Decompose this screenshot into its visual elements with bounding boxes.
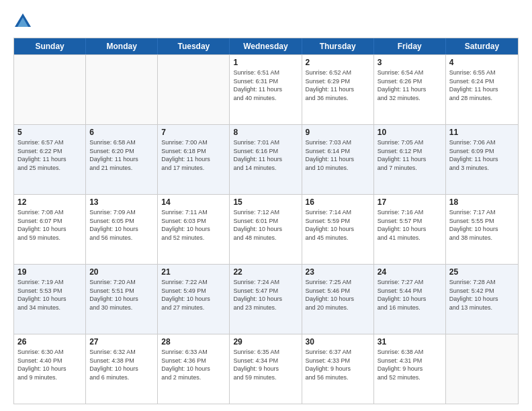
header bbox=[13, 12, 519, 31]
cal-cell-30: 30Sunrise: 6:37 AM Sunset: 4:33 PM Dayli… bbox=[302, 334, 374, 404]
cell-day-number: 13 bbox=[89, 197, 154, 207]
cal-cell-24: 24Sunrise: 7:27 AM Sunset: 5:44 PM Dayli… bbox=[374, 265, 446, 334]
cell-info: Sunrise: 6:52 AM Sunset: 6:29 PM Dayligh… bbox=[306, 68, 370, 102]
cal-cell-27: 27Sunrise: 6:32 AM Sunset: 4:38 PM Dayli… bbox=[86, 334, 158, 404]
calendar-body: 1Sunrise: 6:51 AM Sunset: 6:31 PM Daylig… bbox=[14, 54, 518, 404]
cell-day-number: 5 bbox=[17, 128, 82, 137]
cell-info: Sunrise: 6:35 AM Sunset: 4:34 PM Dayligh… bbox=[233, 348, 298, 381]
cal-cell-29: 29Sunrise: 6:35 AM Sunset: 4:34 PM Dayli… bbox=[230, 334, 302, 404]
cell-info: Sunrise: 7:19 AM Sunset: 5:53 PM Dayligh… bbox=[17, 278, 82, 312]
cell-day-number: 30 bbox=[306, 337, 370, 347]
cell-info: Sunrise: 7:16 AM Sunset: 5:57 PM Dayligh… bbox=[378, 208, 442, 242]
cal-cell-18: 18Sunrise: 7:17 AM Sunset: 5:55 PM Dayli… bbox=[446, 195, 518, 264]
cell-day-number: 4 bbox=[449, 58, 515, 67]
cell-day-number: 6 bbox=[89, 128, 154, 137]
cell-day-number: 25 bbox=[449, 267, 515, 277]
cell-day-number: 31 bbox=[378, 337, 442, 347]
cal-cell-7: 7Sunrise: 7:00 AM Sunset: 6:18 PM Daylig… bbox=[158, 125, 230, 194]
cell-day-number: 14 bbox=[161, 197, 226, 207]
cell-info: Sunrise: 6:51 AM Sunset: 6:31 PM Dayligh… bbox=[233, 68, 298, 102]
cal-cell-14: 14Sunrise: 7:11 AM Sunset: 6:03 PM Dayli… bbox=[158, 195, 230, 264]
cell-info: Sunrise: 6:30 AM Sunset: 4:40 PM Dayligh… bbox=[17, 348, 82, 381]
cell-info: Sunrise: 7:11 AM Sunset: 6:03 PM Dayligh… bbox=[161, 208, 226, 242]
calendar-header: SundayMondayTuesdayWednesdayThursdayFrid… bbox=[14, 38, 518, 54]
cal-cell-26: 26Sunrise: 6:30 AM Sunset: 4:40 PM Dayli… bbox=[14, 334, 86, 404]
cal-cell-empty-0-1 bbox=[86, 55, 158, 124]
cell-info: Sunrise: 7:05 AM Sunset: 6:12 PM Dayligh… bbox=[378, 138, 442, 172]
cell-info: Sunrise: 6:32 AM Sunset: 4:38 PM Dayligh… bbox=[89, 348, 154, 381]
cell-info: Sunrise: 7:24 AM Sunset: 5:47 PM Dayligh… bbox=[233, 278, 298, 312]
cell-day-number: 8 bbox=[233, 128, 298, 137]
cell-day-number: 29 bbox=[233, 337, 298, 347]
cal-cell-11: 11Sunrise: 7:06 AM Sunset: 6:09 PM Dayli… bbox=[446, 125, 518, 194]
cal-cell-empty-4-6 bbox=[446, 334, 518, 404]
cell-info: Sunrise: 7:09 AM Sunset: 6:05 PM Dayligh… bbox=[89, 208, 154, 242]
cell-day-number: 3 bbox=[378, 58, 442, 67]
cal-cell-empty-0-2 bbox=[158, 55, 230, 124]
cal-header-sunday: Sunday bbox=[14, 38, 86, 54]
cal-row-1: 5Sunrise: 6:57 AM Sunset: 6:22 PM Daylig… bbox=[14, 124, 518, 194]
logo bbox=[13, 12, 35, 31]
cal-cell-3: 3Sunrise: 6:54 AM Sunset: 6:26 PM Daylig… bbox=[374, 55, 446, 124]
logo-icon bbox=[13, 12, 32, 31]
cell-day-number: 16 bbox=[306, 197, 370, 207]
cell-info: Sunrise: 7:28 AM Sunset: 5:42 PM Dayligh… bbox=[449, 278, 515, 312]
cal-row-4: 26Sunrise: 6:30 AM Sunset: 4:40 PM Dayli… bbox=[14, 334, 518, 404]
cell-day-number: 12 bbox=[17, 197, 82, 207]
cell-day-number: 1 bbox=[233, 58, 298, 67]
cell-info: Sunrise: 7:27 AM Sunset: 5:44 PM Dayligh… bbox=[378, 278, 442, 312]
cal-cell-12: 12Sunrise: 7:08 AM Sunset: 6:07 PM Dayli… bbox=[14, 195, 86, 264]
cell-day-number: 27 bbox=[89, 337, 154, 347]
cal-cell-23: 23Sunrise: 7:25 AM Sunset: 5:46 PM Dayli… bbox=[302, 265, 374, 334]
cal-cell-1: 1Sunrise: 6:51 AM Sunset: 6:31 PM Daylig… bbox=[230, 55, 302, 124]
cal-cell-2: 2Sunrise: 6:52 AM Sunset: 6:29 PM Daylig… bbox=[302, 55, 374, 124]
cal-cell-17: 17Sunrise: 7:16 AM Sunset: 5:57 PM Dayli… bbox=[374, 195, 446, 264]
cal-header-saturday: Saturday bbox=[446, 38, 518, 54]
cal-header-friday: Friday bbox=[374, 38, 446, 54]
cal-cell-13: 13Sunrise: 7:09 AM Sunset: 6:05 PM Dayli… bbox=[86, 195, 158, 264]
cell-day-number: 19 bbox=[17, 267, 82, 277]
cal-header-wednesday: Wednesday bbox=[230, 38, 302, 54]
cell-day-number: 9 bbox=[306, 128, 370, 137]
cell-day-number: 2 bbox=[306, 58, 370, 67]
cal-header-thursday: Thursday bbox=[302, 38, 374, 54]
cal-cell-6: 6Sunrise: 6:58 AM Sunset: 6:20 PM Daylig… bbox=[86, 125, 158, 194]
cal-row-3: 19Sunrise: 7:19 AM Sunset: 5:53 PM Dayli… bbox=[14, 264, 518, 334]
cell-info: Sunrise: 7:06 AM Sunset: 6:09 PM Dayligh… bbox=[449, 138, 515, 172]
cell-day-number: 24 bbox=[378, 267, 442, 277]
cell-info: Sunrise: 6:54 AM Sunset: 6:26 PM Dayligh… bbox=[378, 68, 442, 102]
cal-cell-9: 9Sunrise: 7:03 AM Sunset: 6:14 PM Daylig… bbox=[302, 125, 374, 194]
cell-day-number: 15 bbox=[233, 197, 298, 207]
cell-info: Sunrise: 7:14 AM Sunset: 5:59 PM Dayligh… bbox=[306, 208, 370, 242]
cal-cell-21: 21Sunrise: 7:22 AM Sunset: 5:49 PM Dayli… bbox=[158, 265, 230, 334]
cell-info: Sunrise: 6:33 AM Sunset: 4:36 PM Dayligh… bbox=[161, 348, 226, 381]
cell-day-number: 18 bbox=[449, 197, 515, 207]
page: SundayMondayTuesdayWednesdayThursdayFrid… bbox=[0, 0, 532, 411]
cal-cell-empty-0-0 bbox=[14, 55, 86, 124]
cell-info: Sunrise: 7:00 AM Sunset: 6:18 PM Dayligh… bbox=[161, 138, 226, 172]
cell-info: Sunrise: 7:08 AM Sunset: 6:07 PM Dayligh… bbox=[17, 208, 82, 242]
cal-header-monday: Monday bbox=[86, 38, 158, 54]
cal-cell-25: 25Sunrise: 7:28 AM Sunset: 5:42 PM Dayli… bbox=[446, 265, 518, 334]
cell-day-number: 20 bbox=[89, 267, 154, 277]
cell-info: Sunrise: 6:58 AM Sunset: 6:20 PM Dayligh… bbox=[89, 138, 154, 172]
cell-info: Sunrise: 7:03 AM Sunset: 6:14 PM Dayligh… bbox=[306, 138, 370, 172]
cal-header-tuesday: Tuesday bbox=[158, 38, 230, 54]
cal-row-0: 1Sunrise: 6:51 AM Sunset: 6:31 PM Daylig… bbox=[14, 54, 518, 124]
cell-day-number: 17 bbox=[378, 197, 442, 207]
cell-day-number: 7 bbox=[161, 128, 226, 137]
cell-info: Sunrise: 7:12 AM Sunset: 6:01 PM Dayligh… bbox=[233, 208, 298, 242]
cal-cell-19: 19Sunrise: 7:19 AM Sunset: 5:53 PM Dayli… bbox=[14, 265, 86, 334]
cal-cell-10: 10Sunrise: 7:05 AM Sunset: 6:12 PM Dayli… bbox=[374, 125, 446, 194]
cell-info: Sunrise: 7:25 AM Sunset: 5:46 PM Dayligh… bbox=[306, 278, 370, 312]
cell-info: Sunrise: 7:17 AM Sunset: 5:55 PM Dayligh… bbox=[449, 208, 515, 242]
calendar: SundayMondayTuesdayWednesdayThursdayFrid… bbox=[13, 38, 519, 404]
cell-day-number: 23 bbox=[306, 267, 370, 277]
cell-info: Sunrise: 6:37 AM Sunset: 4:33 PM Dayligh… bbox=[306, 348, 370, 381]
cal-cell-20: 20Sunrise: 7:20 AM Sunset: 5:51 PM Dayli… bbox=[86, 265, 158, 334]
cal-cell-8: 8Sunrise: 7:01 AM Sunset: 6:16 PM Daylig… bbox=[230, 125, 302, 194]
cell-info: Sunrise: 7:22 AM Sunset: 5:49 PM Dayligh… bbox=[161, 278, 226, 312]
cal-cell-22: 22Sunrise: 7:24 AM Sunset: 5:47 PM Dayli… bbox=[230, 265, 302, 334]
cell-info: Sunrise: 6:55 AM Sunset: 6:24 PM Dayligh… bbox=[449, 68, 515, 102]
cal-cell-16: 16Sunrise: 7:14 AM Sunset: 5:59 PM Dayli… bbox=[302, 195, 374, 264]
